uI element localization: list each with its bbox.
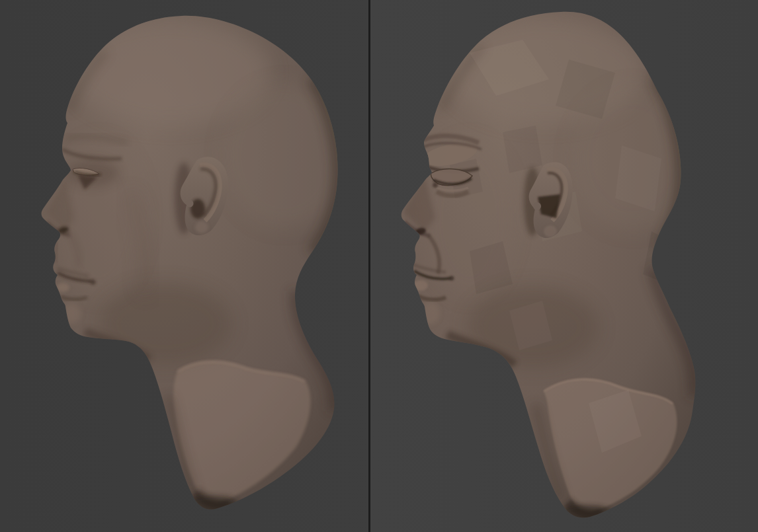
chin-highlight [420, 302, 440, 324]
mouth-corner [91, 280, 96, 285]
eye-corner [433, 182, 438, 188]
sculpt-comparison-viewport [0, 0, 758, 532]
head-render-decimated [370, 0, 758, 532]
head-render-smooth [0, 0, 368, 532]
viewport-panel-right[interactable] [370, 0, 758, 532]
viewport-panel-left[interactable] [0, 0, 368, 532]
ear-lobe [195, 221, 208, 233]
neck-mask-patch [173, 361, 310, 502]
chin-highlight [62, 303, 81, 324]
tragus [187, 200, 194, 208]
philtrum [56, 242, 57, 263]
tragus [533, 202, 541, 210]
ear-lobe [544, 225, 557, 237]
lower-lip [413, 280, 428, 291]
mouth-corner [450, 276, 454, 281]
lower-lip [56, 283, 69, 292]
